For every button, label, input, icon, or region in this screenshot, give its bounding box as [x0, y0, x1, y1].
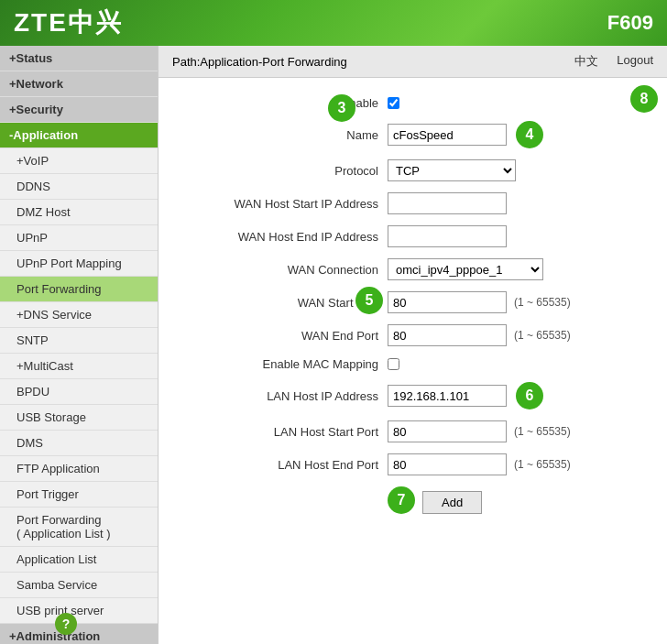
- enable-label: Enable: [186, 96, 388, 110]
- sidebar-item-usb-print-server[interactable]: USB print server: [0, 598, 158, 624]
- step4-circle: 4: [516, 121, 543, 148]
- enable-row: Enable: [186, 96, 640, 110]
- header: ZTE中兴 F609: [0, 0, 667, 46]
- sidebar-item-upnp-port-mapping[interactable]: UPnP Port Mapping: [0, 251, 158, 277]
- form-area: 3 Enable Name 4 Protocol TCP UDP Both: [159, 78, 667, 543]
- content-area: Path:Application-Port Forwarding 中文 Logo…: [159, 46, 667, 644]
- logout-link[interactable]: Logout: [617, 53, 653, 70]
- sidebar-item-administration[interactable]: +Administration: [0, 624, 158, 644]
- model: F609: [607, 11, 653, 35]
- breadcrumb: Path:Application-Port Forwarding: [172, 55, 347, 69]
- wan-host-start-ip-input[interactable]: [388, 192, 507, 214]
- wan-end-port-label: WAN End Port: [186, 329, 388, 343]
- sidebar-item-bpdu[interactable]: BPDU: [0, 379, 158, 405]
- lan-host-ip-label: LAN Host IP Address: [186, 389, 388, 403]
- wan-end-ip-row: WAN Host End IP Address: [186, 225, 640, 247]
- sidebar: +Status+Network+Security-Application+VoI…: [0, 46, 159, 644]
- sidebar-item-port-forwarding-app[interactable]: Port Forwarding ( Application List ): [0, 508, 158, 547]
- sidebar-item-multicast[interactable]: +MultiCast: [0, 354, 158, 379]
- step8-circle: 8: [630, 85, 658, 113]
- sidebar-item-status[interactable]: +Status: [0, 46, 158, 71]
- sidebar-item-voip[interactable]: +VoIP: [0, 148, 158, 174]
- sidebar-item-sntp[interactable]: SNTP: [0, 328, 158, 354]
- step6-circle: 6: [516, 382, 543, 409]
- sidebar-item-dmz-host[interactable]: DMZ Host: [0, 200, 158, 225]
- sidebar-item-port-trigger[interactable]: Port Trigger: [0, 482, 158, 508]
- mac-mapping-checkbox[interactable]: [388, 358, 399, 370]
- wan-start-port-hint: (1 ~ 65535): [514, 296, 571, 309]
- wan-start-port-input[interactable]: [388, 291, 507, 313]
- sidebar-item-upnp[interactable]: UPnP: [0, 225, 158, 251]
- wan-start-port-row: WAN Start Port (1 ~ 65535): [186, 291, 640, 313]
- mac-mapping-row: Enable MAC Mapping: [186, 357, 640, 371]
- lan-start-port-row: LAN Host Start Port (1 ~ 65535): [186, 420, 640, 442]
- sidebar-item-application-list[interactable]: Application List: [0, 547, 158, 573]
- sidebar-item-application[interactable]: -Application: [0, 123, 158, 148]
- lan-host-end-port-label: LAN Host End Port: [186, 458, 388, 472]
- enable-checkbox[interactable]: [388, 97, 399, 109]
- sidebar-item-network[interactable]: +Network: [0, 71, 158, 97]
- sidebar-item-ddns[interactable]: DDNS: [0, 174, 158, 200]
- sidebar-item-usb-storage[interactable]: USB Storage: [0, 405, 158, 431]
- sidebar-item-security[interactable]: +Security: [0, 97, 158, 123]
- wan-end-port-hint: (1 ~ 65535): [514, 329, 571, 342]
- path-bar: Path:Application-Port Forwarding 中文 Logo…: [159, 46, 667, 78]
- wan-end-port-row: WAN End Port (1 ~ 65535): [186, 324, 640, 346]
- right-links: 中文 Logout: [574, 53, 653, 70]
- wan-host-end-ip-input[interactable]: [388, 225, 507, 247]
- lan-host-start-port-input[interactable]: [388, 420, 507, 442]
- wan-end-port-input[interactable]: [388, 324, 507, 346]
- lan-ip-row: LAN Host IP Address 6: [186, 382, 640, 409]
- protocol-select[interactable]: TCP UDP Both: [388, 159, 516, 181]
- name-row: Name 4: [186, 121, 640, 148]
- lan-host-start-port-label: LAN Host Start Port: [186, 425, 388, 439]
- lan-start-port-hint: (1 ~ 65535): [514, 425, 571, 438]
- wan-connection-row: WAN Connection omci_ipv4_pppoe_1: [186, 258, 640, 280]
- add-button[interactable]: Add: [422, 491, 482, 514]
- protocol-label: Protocol: [186, 164, 388, 178]
- main-layout: +Status+Network+Security-Application+VoI…: [0, 46, 667, 644]
- sidebar-item-ftp-application[interactable]: FTP Application: [0, 456, 158, 482]
- sidebar-item-dms[interactable]: DMS: [0, 431, 158, 456]
- mac-mapping-label: Enable MAC Mapping: [186, 357, 388, 371]
- protocol-row: Protocol TCP UDP Both: [186, 159, 640, 181]
- name-input[interactable]: [388, 124, 507, 146]
- step5-circle: 5: [355, 287, 383, 314]
- help-area: ?: [55, 613, 77, 635]
- step3-circle: 3: [328, 94, 355, 122]
- sidebar-container: +Status+Network+Security-Application+VoI…: [0, 46, 159, 644]
- wan-host-start-ip-label: WAN Host Start IP Address: [186, 197, 388, 211]
- lan-end-port-row: LAN Host End Port (1 ~ 65535): [186, 453, 640, 475]
- lan-host-end-port-input[interactable]: [388, 453, 507, 475]
- sidebar-item-port-forwarding[interactable]: Port Forwarding: [0, 277, 158, 302]
- logo: ZTE中兴: [14, 5, 123, 40]
- lan-end-port-hint: (1 ~ 65535): [514, 458, 571, 471]
- help-button[interactable]: ?: [55, 613, 77, 635]
- lan-host-ip-input[interactable]: [388, 385, 507, 407]
- sidebar-item-dns-service[interactable]: +DNS Service: [0, 302, 158, 328]
- name-label: Name: [186, 128, 388, 142]
- wan-connection-label: WAN Connection: [186, 263, 388, 277]
- wan-start-ip-row: WAN Host Start IP Address: [186, 192, 640, 214]
- wan-connection-select[interactable]: omci_ipv4_pppoe_1: [388, 258, 543, 280]
- sidebar-item-samba-service[interactable]: Samba Service: [0, 573, 158, 598]
- step7-circle: 7: [388, 486, 415, 514]
- lang-switch-link[interactable]: 中文: [574, 53, 598, 70]
- wan-host-end-ip-label: WAN Host End IP Address: [186, 230, 388, 244]
- add-button-row: 7 Add: [186, 486, 640, 514]
